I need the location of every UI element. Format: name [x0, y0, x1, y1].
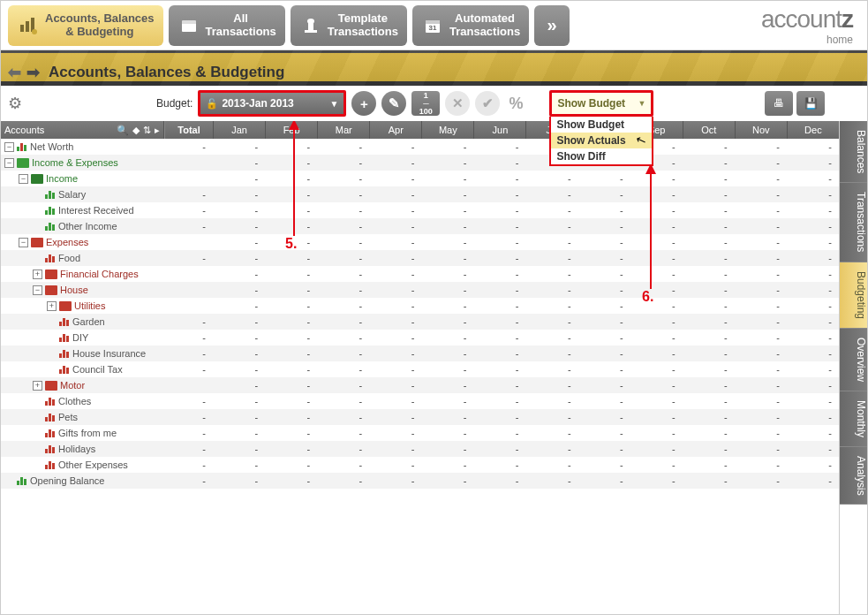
month-cell[interactable]: -	[421, 412, 473, 422]
show-budget-dropdown[interactable]: Show Budget ▼	[549, 90, 653, 117]
month-cell[interactable]: -	[787, 444, 839, 454]
month-cell[interactable]: -	[787, 173, 839, 184]
month-cell[interactable]: -	[525, 300, 577, 311]
month-cell[interactable]: -	[213, 189, 265, 200]
show-budget-option[interactable]: Show Budget	[551, 117, 652, 133]
month-cell[interactable]: -	[317, 396, 369, 406]
month-cell[interactable]: -	[265, 348, 317, 359]
month-cell[interactable]: -	[683, 173, 735, 184]
month-cell[interactable]: -	[265, 237, 317, 247]
month-cell[interactable]: -	[578, 269, 630, 279]
forward-arrow-icon[interactable]: ➡	[26, 63, 40, 82]
column-header-accounts[interactable]: Accounts 🔍 ◆ ⇅ ▸	[1, 121, 164, 139]
month-cell[interactable]: -	[421, 205, 473, 216]
month-cell[interactable]: -	[213, 173, 265, 184]
month-cell[interactable]: -	[265, 380, 317, 391]
month-cell[interactable]: -	[369, 269, 421, 279]
month-cell[interactable]: -	[317, 269, 369, 279]
month-cell[interactable]: -	[421, 269, 473, 279]
month-cell[interactable]: -	[735, 300, 787, 311]
table-row[interactable]: Clothes-------------	[1, 393, 839, 409]
month-cell[interactable]: -	[525, 332, 577, 343]
month-cell[interactable]: -	[578, 205, 630, 216]
month-cell[interactable]: -	[369, 221, 421, 232]
tab-overview[interactable]: Overview	[840, 329, 867, 391]
month-cell[interactable]: -	[421, 285, 473, 295]
month-cell[interactable]: -	[213, 316, 265, 327]
month-cell[interactable]: -	[421, 396, 473, 406]
month-cell[interactable]: -	[630, 348, 683, 359]
table-row[interactable]: Food-------------	[1, 250, 839, 266]
month-cell[interactable]: -	[369, 237, 421, 247]
save-button[interactable]: 💾	[796, 91, 825, 116]
month-cell[interactable]: -	[421, 444, 473, 454]
month-cell[interactable]: -	[735, 157, 787, 168]
month-cell[interactable]: -	[369, 459, 421, 470]
month-cell[interactable]: -	[473, 237, 525, 247]
month-cell[interactable]: -	[578, 221, 630, 232]
table-row[interactable]: Holidays-------------	[1, 441, 839, 457]
month-cell[interactable]: -	[473, 173, 525, 184]
month-cell[interactable]: -	[683, 253, 735, 263]
month-cell[interactable]: -	[369, 444, 421, 454]
column-header-dec[interactable]: Dec	[787, 121, 839, 139]
collapse-icon[interactable]: −	[33, 285, 42, 295]
tab-monthly[interactable]: Monthly	[840, 391, 867, 447]
table-row[interactable]: −Income & Expenses------------	[1, 155, 839, 171]
month-cell[interactable]: -	[473, 332, 525, 343]
column-header-total[interactable]: Total	[164, 121, 213, 139]
month-cell[interactable]: -	[630, 332, 683, 343]
delete-button[interactable]: ✕	[445, 91, 470, 116]
month-cell[interactable]: -	[265, 444, 317, 454]
month-cell[interactable]: -	[578, 332, 630, 343]
month-cell[interactable]: -	[683, 269, 735, 279]
column-header-nov[interactable]: Nov	[735, 121, 787, 139]
month-cell[interactable]: -	[369, 189, 421, 200]
table-row[interactable]: Council Tax-------------	[1, 361, 839, 377]
month-cell[interactable]: -	[473, 364, 525, 375]
table-row[interactable]: −Net Worth-------------	[1, 139, 839, 155]
month-cell[interactable]: -	[525, 396, 577, 406]
tab-balances[interactable]: Balances	[840, 121, 867, 183]
expand-icon[interactable]: +	[33, 381, 42, 391]
month-cell[interactable]: -	[683, 396, 735, 406]
month-cell[interactable]: -	[630, 364, 683, 375]
month-cell[interactable]: -	[630, 285, 683, 295]
month-cell[interactable]: -	[213, 205, 265, 216]
nav-automated-transactions[interactable]: 31 AutomatedTransactions	[412, 5, 529, 46]
month-cell[interactable]: -	[265, 173, 317, 184]
month-cell[interactable]: -	[369, 205, 421, 216]
month-cell[interactable]: -	[735, 253, 787, 263]
month-cell[interactable]: -	[369, 316, 421, 327]
month-cell[interactable]: -	[317, 380, 369, 391]
table-row[interactable]: −House------------	[1, 282, 839, 298]
month-cell[interactable]: -	[525, 269, 577, 279]
month-cell[interactable]: -	[787, 380, 839, 391]
month-cell[interactable]: -	[525, 221, 577, 232]
month-cell[interactable]: -	[265, 364, 317, 375]
table-row[interactable]: DIY-------------	[1, 330, 839, 345]
month-cell[interactable]: -	[630, 412, 683, 422]
edit-button[interactable]: ✎	[381, 91, 406, 116]
collapse-icon[interactable]: −	[4, 142, 14, 152]
month-cell[interactable]: -	[787, 205, 839, 216]
month-cell[interactable]: -	[683, 364, 735, 375]
month-cell[interactable]: -	[421, 364, 473, 375]
month-cell[interactable]: -	[525, 237, 577, 247]
month-cell[interactable]: -	[473, 396, 525, 406]
month-cell[interactable]: -	[630, 189, 683, 200]
month-cell[interactable]: -	[735, 173, 787, 184]
month-cell[interactable]: -	[578, 412, 630, 422]
month-cell[interactable]: -	[421, 237, 473, 247]
table-row[interactable]: Interest Received-------------	[1, 202, 839, 218]
month-cell[interactable]: -	[213, 412, 265, 422]
month-cell[interactable]: -	[735, 189, 787, 200]
month-cell[interactable]: -	[265, 189, 317, 200]
collapse-icon[interactable]: −	[19, 238, 28, 247]
month-cell[interactable]: -	[317, 348, 369, 359]
month-cell[interactable]: -	[630, 459, 683, 470]
month-cell[interactable]: -	[421, 141, 473, 152]
month-cell[interactable]: -	[735, 237, 787, 247]
month-cell[interactable]: -	[735, 380, 787, 391]
month-cell[interactable]: -	[683, 412, 735, 422]
